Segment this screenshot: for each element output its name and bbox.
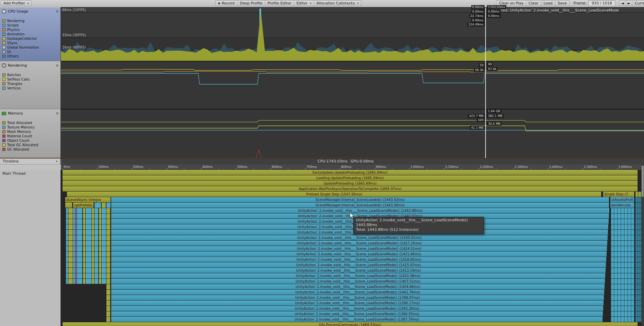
timeline-fragment[interactable] [106,213,110,219]
deep-profile-button[interactable]: Deep Profile [237,0,265,6]
timeline-fragment[interactable] [68,219,73,224]
timeline-fragment[interactable] [68,262,73,268]
timeline-fragment[interactable] [92,252,94,257]
timeline-fragment[interactable] [83,268,85,273]
load-button[interactable]: Load [541,0,555,6]
timeline-fragment[interactable] [92,213,94,219]
timeline-fragment[interactable] [99,224,101,229]
timeline-fragment[interactable] [75,241,77,246]
timeline-fragment[interactable] [73,219,75,224]
timeline-mode-dropdown[interactable]: Timeline ▾ [0,158,61,165]
timeline-fragment[interactable] [73,230,75,235]
timeline-fragment[interactable] [102,268,106,273]
timeline-fragment[interactable] [83,208,85,213]
timeline-bar[interactable]: UnityAction`2.invoke_void__this___Scene_… [111,252,607,257]
timeline-fragment[interactable] [73,273,75,278]
timeline-fragment[interactable] [92,224,94,229]
timeline-fragment[interactable] [106,268,110,273]
timeline-fragment[interactable] [75,262,77,268]
timeline-fragment[interactable] [75,219,77,224]
timeline-fragment[interactable] [102,252,106,257]
timeline-fragment[interactable] [66,208,68,213]
timeline-fragment[interactable] [92,257,94,262]
timeline-fragment[interactable] [83,246,85,251]
timeline-fragment[interactable] [73,257,75,262]
timeline-fragment[interactable] [95,279,98,284]
timeline-fragment[interactable] [83,230,85,235]
timeline-fragment[interactable] [102,219,106,224]
timeline-fragment[interactable] [75,208,77,213]
legend-item[interactable]: Total GC Allocated [2,143,61,147]
timeline-fragment[interactable] [106,208,110,213]
timeline-fragment[interactable] [102,230,106,235]
timeline-fragment[interactable] [83,262,85,268]
timeline-fragment[interactable] [66,219,68,224]
timeline-fragment[interactable] [86,262,91,268]
timeline-fragment[interactable] [92,230,94,235]
timeline-bar[interactable]: SceneManager.Internal_SceneLoaded() (144… [111,203,609,208]
timeline-fragment[interactable] [611,257,634,262]
timeline-fragment[interactable] [95,208,98,213]
timeline-fragment[interactable] [95,241,98,246]
timeline-fragment[interactable] [66,279,68,284]
timeline-fragment[interactable] [77,273,82,278]
timeline-fragment[interactable] [86,257,91,262]
legend-item[interactable]: Scripts [2,23,61,28]
timeline-fragment[interactable] [83,252,85,257]
legend-item[interactable]: Vertices [2,86,61,90]
timeline-fragment[interactable] [77,241,82,246]
timeline-fragment[interactable] [75,257,77,262]
timeline-fragment[interactable] [73,252,75,257]
timeline-fragment[interactable] [106,219,110,224]
timeline-fragment[interactable] [86,279,91,284]
timeline-bar[interactable]: UnityAction`2.invoke_void__this___Scene_… [111,235,608,240]
timeline-fragment[interactable] [83,224,85,229]
legend-item[interactable]: Triangles [2,82,61,86]
selected-frame-line[interactable] [485,7,486,158]
timeline-fragment[interactable] [99,230,101,235]
timeline-fragment[interactable] [68,230,73,235]
timeline-bar[interactable]: UnityAction`2.invoke_void__this___Scene_… [111,301,604,306]
timeline-fragment[interactable] [73,268,75,273]
timeline-fragment[interactable] [611,262,634,268]
timeline-fragment[interactable] [95,224,98,229]
timeline-bar[interactable]: UnityAction`2.invoke_void__this___Scene_… [111,268,606,273]
timeline-fragment[interactable] [86,224,91,229]
close-module-button[interactable]: × [56,111,59,115]
timeline-fragment[interactable] [75,213,77,219]
timeline-bar[interactable]: UnityAction`2.invoke_void__this___Scene_… [111,279,605,284]
timeline-bar[interactable]: UnityAction`2.invoke_void__this___Scene_… [111,317,603,322]
timeline-fragment[interactable] [95,230,98,235]
save-button[interactable]: Save [555,0,570,6]
timeline-bar[interactable]: ctAssetsProfi [610,197,634,202]
timeline-fragment[interactable] [99,268,101,273]
legend-item[interactable]: Global Illumination [2,45,61,50]
legend-item[interactable]: Batches [2,73,61,77]
cpu-usage-chart[interactable]: 66ms (15FPS) 33ms (30FPS) 16ms (60FPS) S… [61,7,644,61]
timeline-fragment[interactable] [106,257,110,262]
cpu-usage-module[interactable]: CPU Usage × RenderingScriptsPhysicsAnima… [0,7,61,61]
timeline-fragment[interactable] [611,295,634,300]
timeline-fragment[interactable] [102,224,106,229]
timeline-fragment[interactable] [99,219,101,224]
timeline-fragment[interactable] [99,241,101,246]
timeline-fragment[interactable] [99,235,101,240]
allocation-callstacks-dropdown[interactable]: Allocation Callstacks ▾ [314,0,361,6]
timeline-fragment[interactable] [77,213,82,219]
timeline-bar[interactable]: UnityAction`2.invoke_void__this___Scene_… [111,295,604,300]
timeline-fragment[interactable] [611,273,634,278]
timeline-fragment[interactable] [102,246,106,251]
timeline-fragment[interactable] [99,213,101,219]
memory-chart[interactable] [61,109,644,158]
timeline-fragment[interactable] [73,279,75,284]
legend-item[interactable]: Mesh Memory [2,130,61,134]
timeline-bar[interactable]: Application.WaitForAsyncOperationToCompl… [63,186,638,191]
timeline-fragment[interactable] [83,257,85,262]
add-profiler-dropdown[interactable]: Add Profiler ▾ [1,0,32,6]
timeline-bar[interactable]: Gfx.ProcessCommands (1688.53ms) [63,322,638,326]
timeline-bar[interactable]: UnityAction`2.invoke_void__this___Scene_… [111,290,604,295]
timeline-fragment[interactable] [102,203,106,208]
timeline-fragment[interactable] [99,262,101,268]
timeline-fragment[interactable] [92,273,94,278]
timeline-fragment[interactable] [102,208,106,213]
